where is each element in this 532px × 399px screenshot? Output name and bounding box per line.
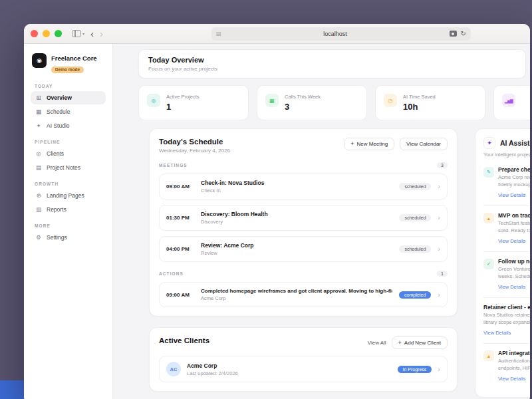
- ai-card-body: MVP on track for t TechStart feature sp …: [498, 212, 530, 245]
- view-details-link[interactable]: View Details: [498, 238, 525, 244]
- calendar-icon: ▦: [35, 108, 42, 115]
- chart-icon: ▥: [35, 206, 42, 213]
- ai-card-desc: Nova Studios retainer ne: [483, 312, 530, 318]
- client-status-badge: In Progress: [398, 366, 432, 373]
- ai-suggestion-card[interactable]: ✎ Prepare checkout Acme Corp review sc f…: [483, 160, 530, 206]
- sidebar-item-label: Reports: [47, 206, 66, 213]
- sidebar-item-reports[interactable]: ▥ Reports: [31, 203, 106, 216]
- app-logo: ◉: [32, 53, 47, 68]
- nav-section-more: MORE: [35, 223, 102, 228]
- ai-assistant-header: ✦ AI Assistant: [483, 137, 530, 149]
- page-title: Today Overview: [148, 56, 516, 64]
- sidebar-item-clients[interactable]: ◎ Clients: [31, 147, 106, 160]
- add-client-button[interactable]: + Add New Client: [392, 336, 448, 349]
- sidebar-item-label: Project Notes: [47, 164, 80, 171]
- view-details-link[interactable]: View Details: [498, 284, 525, 290]
- ai-card-desc: Acme Corp review sc: [498, 174, 530, 180]
- meetings-label: MEETINGS: [159, 163, 188, 168]
- window-controls: [31, 30, 62, 37]
- button-label: Add New Client: [404, 340, 441, 346]
- view-all-button[interactable]: View All: [368, 340, 386, 346]
- view-details-link[interactable]: View Details: [498, 376, 525, 382]
- schedule-title: Today's Schedule: [159, 138, 230, 146]
- chevron-right-icon[interactable]: ›: [438, 291, 440, 299]
- ai-card-body: API integration pr Authentication modu e…: [498, 350, 530, 383]
- main-content: Today Overview Focus on your active proj…: [113, 44, 530, 399]
- meeting-subtitle: Review: [201, 250, 392, 256]
- page-header-card: Today Overview Focus on your active proj…: [138, 49, 526, 78]
- app-sidebar: ◉ Freelance Core Demo mode TODAY ⊞ Overv…: [24, 44, 113, 399]
- button-label: View Calendar: [406, 141, 441, 147]
- content-blocker-icon[interactable]: [450, 31, 457, 37]
- sidebar-item-label: Overview: [47, 94, 72, 101]
- action-text: Completed homepage wireframes and got cl…: [201, 288, 392, 301]
- chevron-right-icon[interactable]: ›: [438, 183, 440, 190]
- reload-button[interactable]: ↻: [461, 30, 466, 37]
- users-icon: ◎: [35, 150, 42, 157]
- forward-button[interactable]: ›: [100, 29, 103, 39]
- sidebar-item-label: Schedule: [47, 108, 70, 115]
- stats-row: ◎ Active Projects 1 ▦ Calls This Week 3 …: [138, 85, 530, 120]
- ai-suggestion-card[interactable]: ✓ Follow up needed Green Ventures budg w…: [483, 252, 530, 298]
- ai-card-body: Retainer client - exp Nova Studios retai…: [483, 304, 530, 337]
- sidebar-item-ai-studio[interactable]: ✦ AI Studio: [31, 119, 106, 132]
- client-row[interactable]: AC Acme Corp Last updated: 2/4/2026 In P…: [159, 356, 448, 382]
- sidebar-item-project-notes[interactable]: ▤ Project Notes: [31, 161, 106, 174]
- browser-toolbar: ▾ ‹ › ▤ localhost ↻: [24, 24, 530, 44]
- meeting-row[interactable]: 04:00 PM Review: Acme Corp Review schedu…: [159, 236, 448, 262]
- view-details-link[interactable]: View Details: [483, 330, 511, 336]
- ai-card-title: Follow up needed: [498, 258, 530, 265]
- nav-section-today: TODAY: [35, 84, 102, 88]
- chevron-down-icon: ▾: [82, 31, 84, 36]
- meeting-time: 09:00 AM: [166, 184, 194, 190]
- schedule-actions: + New Meeting View Calendar: [344, 138, 448, 150]
- ai-card-body: Prepare checkout Acme Corp review sc fid…: [498, 166, 530, 200]
- new-meeting-button[interactable]: + New Meeting: [344, 138, 394, 150]
- ai-card-desc: weeks. Schedule foll: [498, 273, 530, 279]
- app-brand-text: Freelance Core Demo mode: [51, 53, 97, 74]
- schedule-card: Today's Schedule Wednesday, February 4, …: [149, 128, 458, 317]
- zoom-window-button[interactable]: [55, 30, 62, 37]
- action-row[interactable]: 09:00 AM Completed homepage wireframes a…: [159, 282, 448, 307]
- address-url: localhost: [225, 31, 446, 37]
- clients-title: Active Clients: [159, 336, 209, 344]
- content-columns: Today's Schedule Wednesday, February 4, …: [149, 128, 530, 398]
- sidebar-item-overview[interactable]: ⊞ Overview: [31, 91, 106, 104]
- address-bar[interactable]: ▤ localhost ↻: [211, 27, 471, 41]
- chevron-right-icon[interactable]: ›: [438, 214, 440, 221]
- chevron-right-icon[interactable]: ›: [438, 366, 440, 373]
- address-bar-actions: ↻: [450, 30, 466, 37]
- back-button[interactable]: ‹: [90, 29, 94, 39]
- action-time: 09:00 AM: [166, 292, 194, 298]
- sidebar-item-settings[interactable]: ⚙ Settings: [31, 231, 106, 244]
- browser-sidebar-toggle[interactable]: ▾: [72, 30, 84, 37]
- close-window-button[interactable]: [31, 30, 38, 37]
- schedule-header: Today's Schedule Wednesday, February 4, …: [159, 138, 448, 154]
- status-badge: scheduled: [399, 245, 431, 253]
- stat-label: AI Time Saved: [403, 94, 436, 100]
- ai-card-body: Follow up needed Green Ventures budg wee…: [498, 258, 530, 291]
- meetings-label-row: MEETINGS 3: [159, 162, 448, 168]
- stat-text: AI Time Saved 10h: [403, 94, 436, 112]
- meeting-row[interactable]: 01:30 PM Discovery: Bloom Health Discove…: [159, 205, 448, 231]
- sidebar-item-landing-pages[interactable]: ⊕ Landing Pages: [31, 189, 106, 202]
- status-badge: completed: [399, 291, 431, 299]
- ai-card-desc: endpoints. HIPAA co: [498, 365, 530, 371]
- ai-suggestion-card[interactable]: ▲ API integration pr Authentication modu…: [483, 344, 530, 389]
- action-title: Completed homepage wireframes and got cl…: [201, 288, 392, 294]
- stat-card-active-projects: ◎ Active Projects 1: [138, 85, 249, 120]
- view-details-link[interactable]: View Details: [498, 192, 525, 198]
- minimize-window-button[interactable]: [43, 30, 50, 37]
- plus-icon: +: [398, 340, 402, 346]
- meeting-time: 04:00 PM: [166, 246, 194, 252]
- sidebar-item-schedule[interactable]: ▦ Schedule: [31, 105, 106, 118]
- meeting-row[interactable]: 09:00 AM Check-in: Nova Studios Check In…: [159, 174, 448, 200]
- stat-label: Calls This Week: [285, 94, 321, 100]
- ai-suggestion-card[interactable]: ▲ MVP on track for t TechStart feature s…: [483, 206, 530, 252]
- alert-icon: ▲: [483, 350, 494, 361]
- view-calendar-button[interactable]: View Calendar: [400, 138, 448, 150]
- ai-suggestion-card[interactable]: Retainer client - exp Nova Studios retai…: [483, 298, 530, 344]
- meeting-time: 01:30 PM: [166, 215, 194, 221]
- left-column: Today's Schedule Wednesday, February 4, …: [149, 128, 458, 392]
- chevron-right-icon[interactable]: ›: [438, 245, 440, 253]
